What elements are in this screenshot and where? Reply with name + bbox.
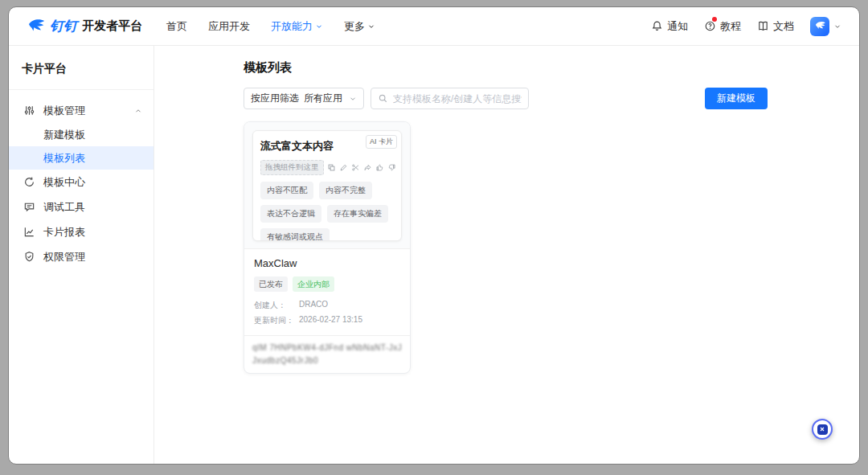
thumbs-up-icon	[375, 163, 384, 172]
feedback-pill: 内容不完整	[319, 182, 372, 199]
feedback-pill: 内容不匹配	[260, 182, 313, 199]
sidebar-item-permission-management[interactable]: 权限管理	[9, 244, 154, 269]
nav-app-development[interactable]: 应用开发	[208, 19, 250, 34]
bell-icon	[651, 20, 663, 32]
sidebar-group-label: 模板管理	[43, 104, 85, 118]
filter-value: 所有应用	[304, 92, 342, 105]
avatar-bird-icon	[814, 20, 826, 32]
feedback-pill-list: 内容不匹配 内容不完整 表达不合逻辑 存在事实偏差 有敏感词或观点 回答不是我需…	[260, 182, 394, 241]
toolbar: 按应用筛选 所有应用 新建模板	[244, 88, 768, 109]
card-preview-canvas: AI 卡片 流式富文本内容 拖拽组件到这里	[252, 130, 402, 241]
platform-title: 开发者平台	[82, 18, 142, 34]
assistant-icon	[817, 424, 828, 435]
template-card-footer: qIM 7HNPbKW4-dJFnd wNbNaNT-JxJF cA1 Jxud…	[244, 335, 410, 373]
template-name: MaxClaw	[254, 257, 400, 269]
app-filter-select[interactable]: 按应用筛选 所有应用	[244, 88, 364, 109]
dropzone-row: 拖拽组件到这里	[260, 160, 394, 175]
filter-label: 按应用筛选	[251, 92, 299, 105]
copy-icon	[327, 163, 336, 172]
updated-value: 2026-02-27 13:15	[299, 315, 362, 326]
sidebar-item-template-center[interactable]: 模板中心	[9, 170, 154, 195]
sidebar-item-template-list[interactable]: 模板列表	[9, 146, 154, 170]
chat-bubble-icon	[23, 201, 35, 213]
sidebar-item-debug-tools[interactable]: 调试工具	[9, 195, 154, 219]
updated-row: 更新时间： 2026-02-27 13:15	[254, 315, 400, 326]
assistant-button[interactable]	[812, 419, 833, 440]
status-badge-published: 已发布	[254, 276, 288, 292]
tutorial-button[interactable]: 教程	[704, 19, 741, 34]
chevron-down-icon	[349, 95, 357, 103]
book-icon	[757, 20, 769, 32]
template-id-redacted: qIM 7HNPbKW4-dJFnd wNbNaNT-JxJF cA1	[252, 342, 402, 354]
search-input[interactable]	[393, 93, 522, 104]
line-chart-icon	[23, 226, 35, 238]
shield-check-icon	[23, 251, 35, 263]
brand-name: 钉钉	[50, 17, 77, 35]
question-circle-icon	[704, 20, 716, 32]
forward-icon	[363, 163, 372, 172]
feedback-pill: 存在事实偏差	[327, 205, 388, 223]
search-box	[371, 88, 529, 109]
new-template-button[interactable]: 新建模板	[705, 88, 768, 109]
ai-card-badge: AI 卡片	[366, 135, 397, 149]
sliders-filter-icon	[23, 104, 35, 117]
creator-value: DRACO	[299, 300, 328, 311]
avatar	[810, 17, 829, 36]
sidebar-item-new-template[interactable]: 新建模板	[9, 123, 154, 146]
chevron-down-icon	[833, 23, 841, 31]
top-nav: 首页 应用开发 开放能力 更多	[166, 19, 375, 34]
account-menu[interactable]	[810, 17, 841, 36]
top-actions: 通知 教程 文档	[651, 17, 841, 36]
status-tags: 已发布 企业内部	[254, 276, 400, 292]
edit-icon	[339, 163, 348, 172]
search-icon	[378, 93, 388, 104]
feedback-pill: 有敏感词或观点	[260, 228, 330, 241]
thumbs-down-icon	[387, 163, 396, 172]
creator-row: 创建人： DRACO	[254, 300, 400, 311]
template-id-redacted: JxudbzQ45JrJb0	[252, 354, 402, 367]
main-content: 模板列表 按应用筛选 所有应用 新建模板	[154, 46, 859, 464]
sidebar-group-template-management[interactable]: 模板管理	[9, 98, 154, 123]
refresh-circle-icon	[23, 176, 35, 188]
app-window: 钉钉 开发者平台 首页 应用开发 开放能力 更多 通知	[8, 6, 860, 465]
chevron-up-icon	[134, 107, 142, 115]
nav-home[interactable]: 首页	[166, 19, 187, 34]
notifications-button[interactable]: 通知	[651, 19, 688, 34]
docs-button[interactable]: 文档	[757, 19, 794, 34]
template-card-preview: AI 卡片 流式富文本内容 拖拽组件到这里	[244, 122, 410, 249]
creator-label: 创建人：	[254, 300, 299, 311]
nav-open-capabilities[interactable]: 开放能力	[271, 19, 323, 34]
updated-label: 更新时间：	[254, 315, 299, 326]
template-card-info: MaxClaw 已发布 企业内部 创建人： DRACO 更新时间： 2026-0…	[244, 249, 410, 335]
sidebar-title: 卡片平台	[9, 46, 154, 90]
page-title: 模板列表	[244, 60, 768, 76]
sidebar-item-card-reports[interactable]: 卡片报表	[9, 219, 154, 244]
sidebar: 卡片平台 模板管理 新建模板 模板列表	[9, 46, 154, 464]
drop-hint: 拖拽组件到这里	[260, 160, 324, 175]
template-card[interactable]: AI 卡片 流式富文本内容 拖拽组件到这里	[244, 121, 411, 374]
dingtalk-logo-icon	[27, 17, 46, 36]
chevron-down-icon	[315, 23, 323, 31]
feedback-pill: 表达不合逻辑	[260, 205, 321, 223]
sidebar-menu: 模板管理 新建模板 模板列表 模板中心	[9, 90, 154, 269]
top-navbar: 钉钉 开发者平台 首页 应用开发 开放能力 更多 通知	[9, 7, 859, 46]
status-badge-scope: 企业内部	[293, 276, 334, 292]
cut-icon	[351, 163, 360, 172]
notification-dot	[712, 17, 717, 22]
nav-more[interactable]: 更多	[344, 19, 375, 34]
chevron-down-icon	[367, 23, 375, 31]
